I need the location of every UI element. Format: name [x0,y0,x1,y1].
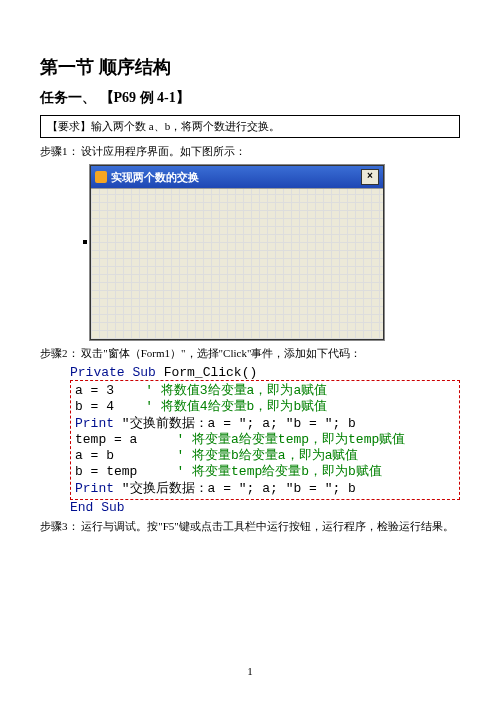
section-heading: 第一节 顺序结构 [40,55,460,79]
step-2: 步骤2： 双击"窗体（Form1）"，选择"Click"事件，添加如下代码： [40,346,460,361]
form-screenshot: 实现两个数的交换 × [90,165,460,340]
page-number: 1 [0,665,500,677]
end-sub: End Sub [70,500,460,515]
requirement-box: 【要求】输入两个数 a、b，将两个数进行交换。 [40,115,460,138]
window-titlebar: 实现两个数的交换 × [91,166,383,188]
code-body: a = 3 ' 将数值3给变量a，即为a赋值 b = 4 ' 将数值4给变量b，… [70,380,460,500]
form-design-surface[interactable] [91,188,383,339]
app-icon [95,171,107,183]
code-block: Private Sub Form_Click() a = 3 ' 将数值3给变量… [70,365,460,515]
step-3: 步骤3： 运行与调试。按"F5"键或点击工具栏中运行按钮，运行程序，检验运行结果… [40,519,460,534]
sub-declaration: Private Sub Form_Click() [70,365,460,380]
task-heading: 任务一、 【P69 例 4-1】 [40,89,460,107]
resize-handle-dot [83,240,87,244]
window-title: 实现两个数的交换 [111,170,199,185]
close-icon[interactable]: × [361,169,379,185]
step-1: 步骤1： 设计应用程序界面。如下图所示： [40,144,460,159]
